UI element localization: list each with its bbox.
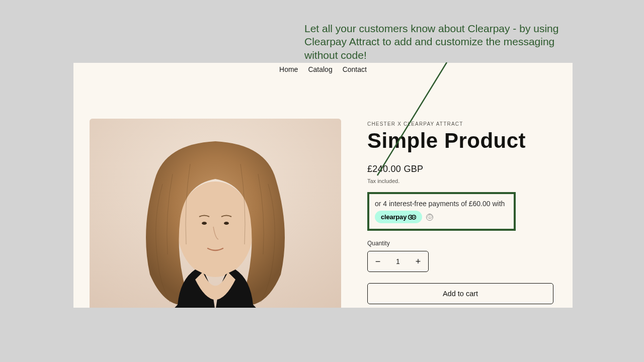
quantity-stepper: − 1 + <box>367 251 429 272</box>
quantity-increase-button[interactable]: + <box>408 251 428 272</box>
product-vendor: CHESTER X CLEARPAY ATTRACT <box>367 121 556 127</box>
product-page: CHESTER X CLEARPAY ATTRACT Simple Produc… <box>73 73 573 308</box>
svg-point-2 <box>178 182 253 277</box>
quantity-value: 1 <box>388 251 408 272</box>
clearpay-badge-row: clearpay ⓘ <box>375 211 508 223</box>
svg-point-3 <box>202 222 207 225</box>
svg-marker-7 <box>410 216 411 218</box>
nav-contact[interactable]: Contact <box>343 65 367 73</box>
svg-marker-8 <box>413 216 415 218</box>
quantity-decrease-button[interactable]: − <box>368 251 388 272</box>
clearpay-logo-icon <box>408 214 416 220</box>
clearpay-text: or 4 interest-free payments of £60.00 wi… <box>375 200 508 208</box>
product-title: Simple Product <box>367 129 556 153</box>
svg-point-4 <box>224 222 229 225</box>
product-meta: CHESTER X CLEARPAY ATTRACT Simple Produc… <box>367 119 556 308</box>
add-to-cart-button[interactable]: Add to cart <box>367 283 553 304</box>
product-price: £240.00 GBP <box>367 164 556 174</box>
nav-bar: Home Catalog Contact <box>73 63 573 73</box>
annotation-text: Let all your customers know about Clearp… <box>304 22 571 62</box>
store-window: Home Catalog Contact <box>73 63 573 308</box>
info-icon[interactable]: ⓘ <box>426 214 433 221</box>
nav-catalog[interactable]: Catalog <box>308 65 332 73</box>
clearpay-badge[interactable]: clearpay <box>375 211 422 223</box>
product-image[interactable] <box>90 119 341 308</box>
clearpay-brand-label: clearpay <box>381 213 407 221</box>
quantity-label: Quantity <box>367 240 556 247</box>
tax-note: Tax included. <box>367 178 556 184</box>
clearpay-messaging: or 4 interest-free payments of £60.00 wi… <box>367 192 516 231</box>
nav-home[interactable]: Home <box>279 65 298 73</box>
